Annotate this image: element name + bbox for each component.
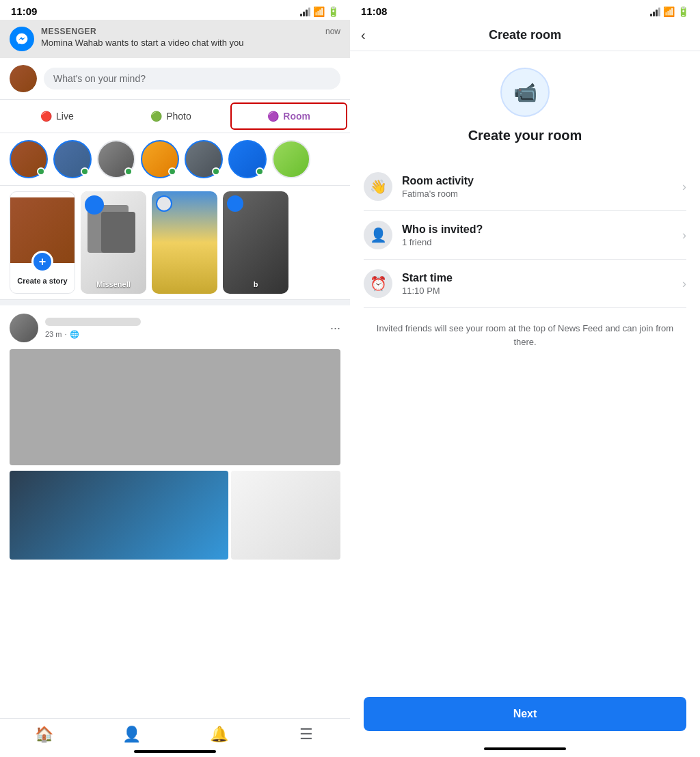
- nav-notifications[interactable]: 🔔: [175, 726, 262, 743]
- wifi-icon-right: 📶: [663, 6, 675, 17]
- start-time-icon: ⏰: [364, 269, 392, 298]
- room-activity-text: Room activity Fatima's room: [402, 175, 673, 199]
- post-meta: 23 m · 🌐: [45, 318, 323, 339]
- live-icon: 🔴: [40, 111, 52, 122]
- room-title: Create your room: [364, 128, 686, 143]
- story-cards: + Create a story Missenell b: [0, 186, 350, 300]
- nav-home[interactable]: 🏠: [0, 726, 88, 743]
- photo-label: Photo: [166, 111, 191, 122]
- post-image-main: [10, 349, 340, 465]
- room-button[interactable]: 🟣 Room: [230, 102, 347, 130]
- nav-profile[interactable]: 👤: [88, 726, 175, 743]
- notification-text: Momina Wahab wants to start a video chat…: [41, 38, 340, 48]
- start-time-title: Start time: [402, 272, 673, 284]
- post-username-bar: [45, 318, 141, 326]
- left-status-time: 11:09: [11, 5, 37, 17]
- post-time: 23 m · 🌐: [45, 330, 323, 339]
- start-time-text: Start time 11:10 PM: [402, 272, 673, 296]
- room-content: 📹 Create your room 👋 Room activity Fatim…: [350, 51, 700, 697]
- signal-icon-right: [650, 7, 660, 16]
- create-story-card[interactable]: + Create a story: [10, 191, 75, 294]
- room-activity-title: Room activity: [402, 175, 673, 187]
- left-panel: 11:09 📶 🔋 MESSENGER now Momina Wahab wan…: [0, 0, 350, 757]
- user-avatar: [10, 65, 37, 92]
- create-story-plus-icon: +: [31, 251, 53, 273]
- story-circle-1[interactable]: [10, 140, 48, 178]
- story-circle-3[interactable]: [97, 140, 135, 178]
- messenger-icon: [15, 32, 29, 46]
- status-icons-right: 📶 🔋: [650, 6, 689, 17]
- notification-content: MESSENGER now Momina Wahab wants to star…: [41, 27, 340, 48]
- post-feed: 23 m · 🌐 ···: [0, 305, 350, 718]
- room-activity-option[interactable]: 👋 Room activity Fatima's room ›: [364, 163, 686, 211]
- story-card-3[interactable]: [152, 191, 217, 294]
- notification-time: now: [325, 27, 340, 36]
- battery-icon: 🔋: [327, 6, 339, 17]
- start-time-subtitle: 11:10 PM: [402, 286, 673, 296]
- video-camera-icon: 📹: [513, 81, 537, 104]
- globe-icon: 🌐: [70, 330, 79, 339]
- next-button[interactable]: Next: [364, 697, 686, 731]
- action-buttons: 🔴 Live 🟢 Photo 🟣 Room: [0, 100, 350, 133]
- create-story-img: +: [10, 197, 75, 263]
- post-image-left: [10, 471, 228, 560]
- page-title: Create room: [489, 28, 561, 42]
- live-label: Live: [56, 111, 74, 122]
- status-icons-left: 📶 🔋: [300, 6, 339, 17]
- signal-icon: [300, 7, 310, 16]
- right-status-time: 11:08: [361, 5, 387, 17]
- post-image-right: [231, 471, 340, 560]
- who-invited-option[interactable]: 👤 Who is invited? 1 friend ›: [364, 211, 686, 260]
- who-invited-subtitle: 1 friend: [402, 237, 673, 247]
- home-indicator-left: [134, 750, 216, 753]
- story-card-4-label: b: [223, 280, 288, 288]
- room-icon-circle: 📹: [500, 68, 550, 117]
- story-circle-7[interactable]: [272, 140, 310, 178]
- battery-icon-right: 🔋: [677, 6, 689, 17]
- room-icon-container: 📹: [364, 68, 686, 117]
- right-panel: 11:08 📶 🔋 ‹ Create room 📹 Create your ro…: [350, 0, 700, 757]
- room-label: Room: [283, 111, 310, 122]
- photo-button[interactable]: 🟢 Photo: [114, 100, 228, 133]
- home-indicator-right: [484, 747, 566, 750]
- room-info-text: Invited friends will see your room at th…: [364, 308, 686, 362]
- back-button[interactable]: ‹: [361, 27, 366, 43]
- post-header: 23 m · 🌐 ···: [10, 314, 340, 342]
- story-card-4-avatar: [227, 195, 243, 212]
- story-card-2-label: Missenell: [81, 280, 146, 288]
- post-bar: What's on your mind?: [0, 58, 350, 100]
- status-bar-right: 11:08 📶 🔋: [350, 0, 700, 20]
- story-card-4[interactable]: b: [223, 191, 288, 294]
- story-card-2[interactable]: Missenell: [81, 191, 146, 294]
- room-activity-arrow: ›: [682, 180, 686, 194]
- start-time-arrow: ›: [682, 277, 686, 291]
- room-activity-icon: 👋: [364, 172, 392, 201]
- post-avatar: [10, 314, 38, 342]
- live-button[interactable]: 🔴 Live: [0, 100, 114, 133]
- messenger-notification-icon: [10, 27, 34, 51]
- notification-bar[interactable]: MESSENGER now Momina Wahab wants to star…: [0, 20, 350, 58]
- start-time-option[interactable]: ⏰ Start time 11:10 PM ›: [364, 260, 686, 308]
- create-story-label: Create a story: [17, 277, 67, 285]
- room-activity-subtitle: Fatima's room: [402, 189, 673, 199]
- story-circle-5[interactable]: [185, 140, 223, 178]
- status-bar-left: 11:09 📶 🔋: [0, 0, 350, 20]
- story-circle-2[interactable]: [53, 140, 92, 178]
- who-invited-title: Who is invited?: [402, 223, 673, 236]
- who-invited-arrow: ›: [682, 228, 686, 243]
- post-more-button[interactable]: ···: [330, 321, 340, 335]
- story-card-2-avatar: [85, 195, 104, 215]
- photo-icon: 🟢: [150, 111, 162, 122]
- who-invited-icon: 👤: [364, 221, 392, 249]
- stories-row: [0, 133, 350, 186]
- story-circle-4[interactable]: [141, 140, 179, 178]
- post-images-row: [10, 471, 340, 560]
- wifi-icon: 📶: [313, 6, 325, 17]
- notification-title: MESSENGER: [41, 27, 96, 36]
- room-icon: 🟣: [267, 111, 279, 122]
- nav-menu[interactable]: ☰: [262, 726, 350, 743]
- create-room-header: ‹ Create room: [350, 20, 700, 51]
- story-circle-6[interactable]: [228, 140, 267, 178]
- story-card-3-avatar: [156, 195, 172, 212]
- post-input[interactable]: What's on your mind?: [44, 68, 340, 90]
